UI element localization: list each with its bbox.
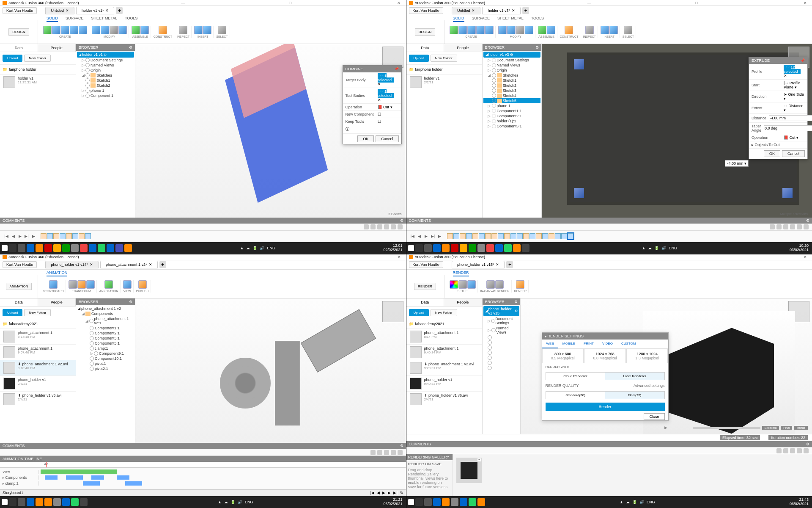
res-tab[interactable]: MOBILE bbox=[558, 340, 579, 348]
task-icon[interactable] bbox=[522, 244, 529, 252]
viewcube[interactable] bbox=[382, 301, 403, 322]
tool-icon[interactable] bbox=[52, 26, 60, 34]
tree-node[interactable]: Sketch2 bbox=[483, 83, 540, 88]
visibility-icon[interactable] bbox=[492, 109, 496, 113]
tool-icon[interactable] bbox=[92, 26, 100, 34]
sketch-profile[interactable] bbox=[782, 188, 793, 198]
clock[interactable]: 12:0102/02/2021 bbox=[383, 244, 404, 252]
tree-node[interactable]: Component1:1 bbox=[77, 326, 134, 331]
cancel-button[interactable]: Cancel bbox=[376, 135, 398, 142]
tree-node[interactable] bbox=[483, 365, 519, 370]
grid-icon[interactable] bbox=[398, 224, 403, 229]
ok-button[interactable]: OK bbox=[764, 150, 780, 157]
tool-icon[interactable] bbox=[218, 26, 226, 34]
renderer-toggle[interactable]: Cloud RendererLocal Renderer bbox=[546, 372, 665, 380]
pan-icon[interactable] bbox=[370, 224, 376, 229]
tool-bodies-chip[interactable]: ☞ 1 selected bbox=[378, 89, 395, 98]
nav-icon[interactable] bbox=[398, 450, 403, 455]
list-item[interactable]: ⬇ phone_holder v1 v6.avi2/4/21 bbox=[406, 392, 482, 407]
target-body-chip[interactable]: ☞ 1 selected bbox=[378, 73, 395, 83]
tool-icon[interactable] bbox=[43, 26, 52, 34]
task-icon[interactable] bbox=[433, 498, 441, 506]
nav-icon[interactable] bbox=[770, 224, 775, 229]
lang-indicator[interactable]: ENG bbox=[267, 246, 275, 250]
resolution-option[interactable]: 1024 x 7680.8 Megapixel bbox=[584, 349, 626, 363]
cloud-option[interactable]: Cloud Renderer bbox=[546, 373, 605, 380]
task-icon[interactable] bbox=[424, 498, 432, 506]
lang[interactable]: ENG bbox=[647, 500, 655, 504]
task-icon[interactable] bbox=[115, 244, 123, 252]
tool-icon[interactable] bbox=[110, 26, 118, 34]
visibility-icon[interactable] bbox=[492, 104, 496, 108]
visibility-icon[interactable] bbox=[90, 336, 94, 340]
nav-icon[interactable] bbox=[783, 448, 788, 453]
viewport[interactable]: EXTRUDE📌 Profile☞ 12 selected ✕ Start|→ … bbox=[542, 44, 812, 218]
workspace-selector[interactable]: DESIGN bbox=[0, 20, 38, 44]
upload-button[interactable]: Upload bbox=[3, 55, 22, 62]
tool-icon[interactable] bbox=[525, 26, 533, 34]
res-tab[interactable]: PRINT bbox=[579, 340, 598, 348]
user-menu[interactable]: Kurt Van Houtte bbox=[409, 261, 443, 268]
tool-icon[interactable] bbox=[86, 280, 95, 289]
tree-node[interactable]: clamp:1 bbox=[77, 346, 134, 351]
visibility-icon[interactable] bbox=[85, 78, 90, 83]
visibility-icon[interactable] bbox=[491, 328, 496, 332]
nav-icon[interactable] bbox=[370, 450, 376, 455]
tree-node[interactable] bbox=[483, 340, 519, 345]
res-tab[interactable]: WEB bbox=[542, 340, 558, 348]
newcomp-checkbox[interactable]: ☐ bbox=[378, 112, 399, 116]
history-step[interactable] bbox=[485, 233, 491, 239]
tree-node[interactable]: ◢Components bbox=[77, 311, 134, 316]
folder-row[interactable]: 📁 fabacademy2021 bbox=[406, 319, 482, 329]
tree-node[interactable]: ▷phone 1 bbox=[483, 103, 540, 108]
history-step[interactable] bbox=[542, 233, 548, 239]
task-icon[interactable] bbox=[415, 244, 423, 252]
nav-icon[interactable] bbox=[783, 224, 788, 229]
task-icon[interactable] bbox=[27, 498, 34, 506]
start-button[interactable] bbox=[408, 245, 414, 251]
task-icon[interactable] bbox=[71, 244, 79, 252]
section-label[interactable]: Objects To Cut bbox=[755, 143, 780, 147]
history-step[interactable] bbox=[479, 233, 485, 239]
mechanical-assembly[interactable] bbox=[169, 315, 355, 443]
visibility-icon[interactable] bbox=[90, 341, 94, 345]
history-step[interactable] bbox=[504, 233, 510, 239]
tree-node[interactable]: Component5:1 bbox=[77, 341, 134, 346]
distance-input[interactable] bbox=[769, 115, 812, 121]
tree-node[interactable]: Sketch4 bbox=[483, 93, 540, 98]
visibility-icon[interactable] bbox=[94, 351, 98, 356]
history-step[interactable] bbox=[523, 233, 529, 239]
play-back-icon[interactable]: ◀ bbox=[377, 491, 380, 495]
history-step[interactable] bbox=[447, 233, 453, 239]
add-tab-button[interactable]: + bbox=[522, 7, 529, 14]
ribbon-tab[interactable]: RENDER bbox=[453, 271, 469, 276]
tree-node[interactable]: Component2:1 bbox=[77, 331, 134, 336]
display-icon[interactable] bbox=[391, 224, 396, 229]
tree-node[interactable] bbox=[483, 360, 519, 365]
tree-node[interactable]: pivot:1 bbox=[77, 361, 134, 366]
visibility-icon[interactable] bbox=[85, 83, 90, 88]
visibility-icon[interactable] bbox=[492, 119, 496, 123]
taskview-icon[interactable] bbox=[18, 244, 25, 252]
task-icon[interactable] bbox=[442, 244, 450, 252]
history-step[interactable] bbox=[549, 233, 554, 239]
fusion-task-icon[interactable] bbox=[124, 244, 132, 252]
visibility-icon[interactable] bbox=[492, 63, 496, 67]
viewport[interactable]: ● RENDER SETTINGS WEB MOBILE PRINT VIDEO… bbox=[521, 298, 812, 434]
doc-tab[interactable]: Untitled✕ bbox=[452, 7, 481, 14]
tool-icon[interactable] bbox=[77, 280, 86, 289]
tab-close-icon[interactable]: ✕ bbox=[496, 262, 499, 267]
storyboard-tab[interactable]: Storyboard1 bbox=[3, 491, 23, 495]
task-icon[interactable] bbox=[36, 244, 43, 252]
play-end-icon[interactable]: ▶| bbox=[24, 233, 30, 239]
task-icon[interactable] bbox=[53, 498, 61, 506]
tab-close-icon[interactable]: ✕ bbox=[512, 8, 515, 13]
minimise-icon[interactable]: — bbox=[181, 1, 187, 5]
list-item[interactable]: phone_attachment 19:07:46 PM bbox=[0, 345, 76, 360]
ribbon-tab-surface[interactable]: SURFACE bbox=[66, 16, 84, 22]
history-step[interactable] bbox=[41, 233, 47, 239]
animation-clip[interactable] bbox=[117, 475, 129, 480]
workspace-selector[interactable]: DESIGN bbox=[406, 20, 444, 44]
res-tab[interactable]: VIDEO bbox=[598, 340, 617, 348]
tool-icon[interactable] bbox=[194, 26, 203, 34]
